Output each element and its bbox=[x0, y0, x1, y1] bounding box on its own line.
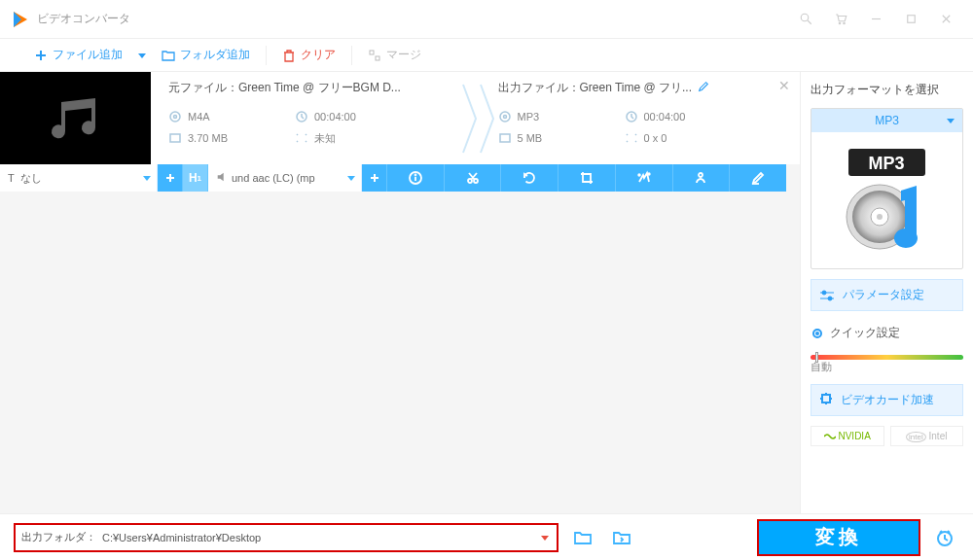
add-folder-label: フォルダ追加 bbox=[180, 47, 250, 63]
svg-point-49 bbox=[828, 297, 832, 300]
panel-title: 出力フォーマットを選択 bbox=[811, 82, 963, 98]
schedule-button[interactable] bbox=[930, 523, 959, 552]
radio-icon bbox=[812, 329, 822, 338]
text-icon: T bbox=[8, 172, 15, 184]
music-note-icon bbox=[42, 94, 110, 143]
cart-icon[interactable] bbox=[823, 5, 858, 34]
merge-button[interactable]: マージ bbox=[358, 39, 431, 71]
edit-button[interactable] bbox=[730, 164, 786, 192]
param-label: パラメータ設定 bbox=[843, 287, 924, 303]
crop-button[interactable] bbox=[559, 164, 616, 192]
search-icon[interactable] bbox=[788, 5, 823, 34]
gpu-vendors: NVIDIA intel Intel bbox=[811, 426, 963, 446]
svg-rect-14 bbox=[376, 56, 379, 60]
intel-badge[interactable]: intel Intel bbox=[890, 426, 964, 446]
svg-marker-40 bbox=[947, 119, 955, 123]
add-file-label: ファイル追加 bbox=[53, 47, 123, 63]
thumbnail[interactable] bbox=[0, 72, 151, 164]
audio-value: und aac (LC) (mp bbox=[232, 172, 315, 184]
src-format: M4A bbox=[188, 111, 210, 122]
out-resolution: 0 x 0 bbox=[644, 132, 667, 144]
hardcode-button[interactable]: H1 bbox=[183, 164, 208, 192]
svg-rect-50 bbox=[822, 395, 830, 402]
close-icon[interactable] bbox=[928, 5, 963, 34]
output-folder-path: C:¥Users¥Administrator¥Desktop bbox=[102, 532, 541, 543]
app-logo bbox=[10, 10, 29, 29]
format-icon-large: MP3 bbox=[811, 132, 962, 268]
nvidia-badge[interactable]: NVIDIA bbox=[811, 426, 884, 446]
effect-button[interactable] bbox=[616, 164, 673, 192]
slider-knob[interactable] bbox=[815, 352, 818, 363]
svg-point-5 bbox=[843, 22, 845, 24]
svg-point-2 bbox=[801, 14, 809, 21]
svg-point-20 bbox=[503, 116, 506, 119]
maximize-icon[interactable] bbox=[893, 5, 928, 34]
subtitle-dropdown[interactable]: T なし bbox=[0, 164, 158, 192]
size-icon bbox=[498, 131, 512, 145]
file-list: 元ファイル： Green Time @ フリーBGM D... M4A 00:0… bbox=[0, 72, 800, 513]
quick-settings[interactable]: クイック設定 bbox=[811, 321, 963, 345]
src-file-label: 元ファイル： bbox=[168, 80, 238, 96]
arrow-icon bbox=[479, 72, 498, 164]
format-selector[interactable]: MP3 bbox=[811, 109, 962, 132]
svg-point-19 bbox=[500, 112, 510, 122]
add-file-dropdown[interactable] bbox=[132, 39, 152, 71]
add-folder-button[interactable]: フォルダ追加 bbox=[152, 39, 260, 71]
folder-icon bbox=[162, 49, 175, 62]
src-resolution: 未知 bbox=[314, 131, 336, 146]
out-file-name: Green Time @ フリ... bbox=[580, 80, 693, 96]
minimize-icon[interactable] bbox=[858, 5, 893, 34]
add-audio-button[interactable] bbox=[362, 164, 387, 192]
merge-label: マージ bbox=[386, 47, 421, 63]
watermark-button[interactable] bbox=[673, 164, 731, 192]
auto-label: 自動 bbox=[811, 360, 963, 374]
resolution-icon bbox=[625, 131, 638, 145]
edit-tools bbox=[387, 164, 786, 192]
svg-rect-18 bbox=[170, 134, 180, 142]
cut-button[interactable] bbox=[445, 164, 502, 192]
out-file-label: 出力ファイル： bbox=[498, 80, 580, 96]
browse-folder-button[interactable] bbox=[568, 523, 597, 552]
rotate-button[interactable] bbox=[501, 164, 559, 192]
param-settings-button[interactable]: パラメータ設定 bbox=[811, 279, 963, 311]
merge-icon bbox=[368, 49, 381, 62]
quality-slider[interactable] bbox=[811, 355, 963, 360]
option-strip: T なし H1 und aac (LC) (mp bbox=[0, 164, 786, 192]
clear-button[interactable]: クリア bbox=[272, 39, 345, 71]
separator bbox=[266, 46, 267, 65]
right-panel: 出力フォーマットを選択 MP3 MP3 パラ bbox=[800, 72, 973, 513]
format-box: MP3 MP3 bbox=[811, 108, 963, 269]
add-file-button[interactable]: ファイル追加 bbox=[24, 39, 132, 71]
format-badge-text: MP3 bbox=[868, 154, 904, 173]
svg-point-4 bbox=[839, 22, 841, 24]
open-folder-button[interactable] bbox=[607, 523, 636, 552]
quick-label: クイック設定 bbox=[830, 325, 900, 341]
out-format: MP3 bbox=[518, 111, 540, 122]
output-folder-box[interactable]: 出力フォルダ： C:¥Users¥Administrator¥Desktop bbox=[14, 523, 559, 552]
gpu-label: ビデオカード加速 bbox=[841, 392, 934, 408]
svg-marker-23 bbox=[143, 176, 151, 181]
src-size: 3.70 MB bbox=[188, 132, 228, 144]
chip-icon bbox=[819, 392, 833, 408]
remove-file-icon[interactable]: ✕ bbox=[778, 78, 790, 93]
info-button[interactable] bbox=[387, 164, 445, 192]
size-icon bbox=[168, 131, 182, 145]
resolution-icon bbox=[295, 131, 308, 145]
svg-point-16 bbox=[174, 116, 177, 119]
source-info: 元ファイル： Green Time @ フリーBGM D... M4A 00:0… bbox=[151, 72, 471, 164]
svg-point-48 bbox=[822, 291, 826, 295]
clock-icon bbox=[295, 110, 308, 123]
svg-point-36 bbox=[638, 174, 640, 176]
svg-line-3 bbox=[808, 20, 811, 24]
edit-name-icon[interactable] bbox=[698, 81, 709, 95]
caret-down-icon[interactable] bbox=[541, 531, 551, 544]
window-title: ビデオコンバータ bbox=[37, 11, 788, 27]
audio-track-dropdown[interactable]: und aac (LC) (mp bbox=[208, 164, 362, 192]
gpu-accel-button[interactable]: ビデオカード加速 bbox=[811, 384, 963, 416]
toolbar: ファイル追加 フォルダ追加 クリア マージ bbox=[0, 39, 973, 72]
svg-rect-22 bbox=[500, 134, 510, 142]
add-subtitle-button[interactable] bbox=[158, 164, 183, 192]
caret-down-icon bbox=[143, 172, 151, 184]
svg-point-38 bbox=[699, 173, 703, 177]
convert-button[interactable]: 変換 bbox=[757, 519, 920, 556]
